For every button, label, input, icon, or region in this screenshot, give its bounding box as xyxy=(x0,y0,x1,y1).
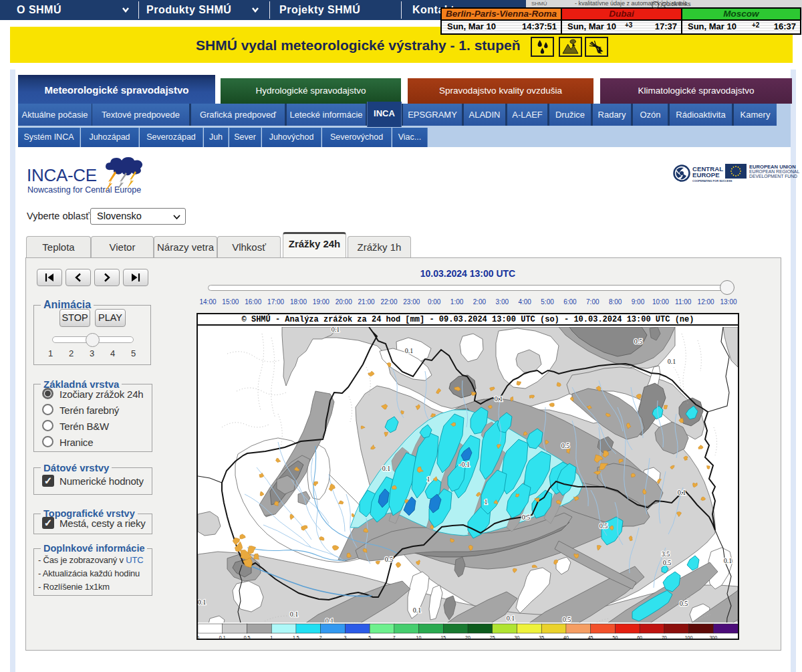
svg-text:45: 45 xyxy=(588,635,593,639)
svg-text:0.1: 0.1 xyxy=(405,347,414,354)
svg-text:50: 50 xyxy=(613,635,618,639)
svg-text:0.1: 0.1 xyxy=(678,489,686,496)
svg-text:7: 7 xyxy=(393,635,396,639)
svg-text:0.5: 0.5 xyxy=(522,514,531,521)
svg-text:0.1: 0.1 xyxy=(331,327,340,333)
svg-text:0.5: 0.5 xyxy=(244,635,251,639)
svg-text:0.5: 0.5 xyxy=(563,616,571,623)
svg-text:0.5: 0.5 xyxy=(599,522,608,530)
svg-text:100: 100 xyxy=(685,635,693,639)
svg-text:1: 1 xyxy=(427,475,430,483)
svg-text:0.5: 0.5 xyxy=(561,442,570,449)
svg-text:35: 35 xyxy=(539,635,544,639)
svg-text:0.1: 0.1 xyxy=(507,614,515,622)
svg-text:0.1: 0.1 xyxy=(198,598,206,606)
svg-text:0.1: 0.1 xyxy=(724,557,732,564)
svg-text:5: 5 xyxy=(368,635,371,639)
svg-text:30: 30 xyxy=(515,635,520,639)
svg-text:0.1: 0.1 xyxy=(219,635,226,639)
svg-text:0.1: 0.1 xyxy=(668,358,676,365)
svg-text:10: 10 xyxy=(416,635,422,639)
svg-text:0.5: 0.5 xyxy=(663,559,672,566)
svg-text:70: 70 xyxy=(662,635,667,639)
svg-text:0.5: 0.5 xyxy=(634,338,643,345)
svg-text:3: 3 xyxy=(344,635,346,639)
svg-text:0.1: 0.1 xyxy=(382,465,391,472)
svg-text:0: 0 xyxy=(198,635,199,639)
svg-text:25: 25 xyxy=(490,635,495,639)
svg-text:15: 15 xyxy=(440,635,446,639)
svg-text:1: 1 xyxy=(485,498,488,506)
svg-text:0.5: 0.5 xyxy=(385,556,394,563)
svg-text:0.5: 0.5 xyxy=(680,600,688,607)
svg-text:1: 1 xyxy=(270,635,273,639)
svg-text:60: 60 xyxy=(637,635,642,639)
svg-text:40: 40 xyxy=(563,635,569,639)
svg-text:1.5: 1.5 xyxy=(293,635,299,639)
svg-text:3.5: 3.5 xyxy=(662,550,670,558)
svg-text:2: 2 xyxy=(319,635,322,639)
svg-text:20: 20 xyxy=(465,635,471,639)
svg-text:0.1: 0.1 xyxy=(290,610,299,618)
svg-text:300: 300 xyxy=(709,635,717,639)
svg-text:0.1: 0.1 xyxy=(495,395,503,403)
svg-text:-0.1: -0.1 xyxy=(459,461,470,468)
svg-text:0.1: 0.1 xyxy=(413,606,422,614)
